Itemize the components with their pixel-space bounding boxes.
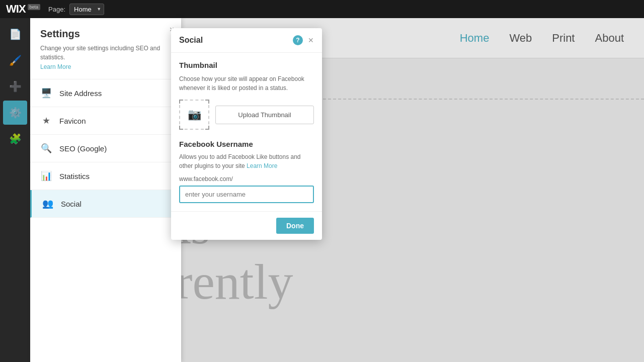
favicon-label: Favicon	[59, 117, 86, 125]
corner-tr	[205, 100, 209, 104]
seo-label: SEO (Google)	[59, 144, 107, 153]
facebook-description: Allows you to add Facebook Like buttons …	[179, 152, 314, 170]
settings-learn-more-link[interactable]: Learn More	[40, 63, 71, 70]
social-modal: Social ? ✕ Thumbnail Choose how your sit…	[171, 28, 322, 240]
icon-sidebar: 📄 🖌️ ➕ ⚙️ 🧩	[0, 18, 30, 362]
corner-bl	[179, 126, 183, 130]
settings-header: × Settings Change your site settings inc…	[30, 18, 181, 79]
fb-url-prefix: www.facebook.com/	[179, 175, 314, 183]
facebook-section-title: Facebook Username	[179, 140, 314, 148]
settings-menu-favicon[interactable]: ★ Favicon	[30, 107, 181, 135]
social-modal-actions: ? ✕	[293, 35, 314, 45]
corner-br	[205, 126, 209, 130]
page-dropdown[interactable]: Home	[69, 4, 104, 15]
social-modal-body: Thumbnail Choose how your site will appe…	[171, 53, 322, 211]
upload-thumbnail-button[interactable]: Upload Thumbnail	[215, 106, 314, 124]
settings-menu-site-address[interactable]: 🖥️ Site Address	[30, 79, 181, 107]
statistics-icon: 📊	[40, 170, 52, 182]
social-icon: 👥	[42, 198, 54, 209]
wix-logo-text: WIX	[6, 3, 26, 16]
nav-home[interactable]: Home	[460, 32, 490, 45]
social-modal-header: Social ? ✕	[171, 28, 322, 53]
sidebar-brush-icon[interactable]: 🖌️	[3, 48, 27, 72]
done-button[interactable]: Done	[276, 218, 314, 234]
beta-badge: beta	[28, 4, 41, 10]
topbar: WIX beta Page: Home	[0, 0, 644, 18]
settings-menu-seo[interactable]: 🔍 SEO (Google)	[30, 135, 181, 162]
seo-icon: 🔍	[40, 143, 52, 154]
social-label: Social	[61, 200, 82, 208]
facebook-description-text: Allows you to add Facebook Like buttons …	[179, 153, 301, 169]
settings-panel: × Settings Change your site settings inc…	[30, 18, 181, 362]
facebook-learn-more-link[interactable]: Learn More	[247, 162, 277, 169]
nav-print[interactable]: Print	[552, 32, 575, 45]
wix-logo: WIX beta	[6, 3, 40, 16]
page-label: Page:	[48, 6, 65, 13]
nav-web[interactable]: Web	[509, 32, 532, 45]
sidebar-gear-icon[interactable]: ⚙️	[3, 101, 27, 125]
social-close-button[interactable]: ✕	[308, 36, 314, 44]
sidebar-plus-icon[interactable]: ➕	[3, 74, 27, 99]
settings-menu-social[interactable]: 👥 Social	[30, 190, 181, 218]
camera-icon: 📷	[188, 108, 201, 121]
settings-description: Change your site settings including SEO …	[40, 44, 171, 62]
settings-menu-statistics[interactable]: 📊 Statistics	[30, 162, 181, 190]
social-modal-title: Social	[179, 36, 203, 45]
nav-about[interactable]: About	[595, 32, 624, 45]
page-selector: Page: Home	[48, 4, 104, 15]
thumbnail-placeholder: 📷	[179, 100, 209, 130]
site-address-label: Site Address	[59, 89, 102, 98]
thumbnail-section-title: Thumbnail	[179, 61, 314, 69]
username-input[interactable]	[179, 186, 314, 203]
sidebar-apps-icon[interactable]: 🧩	[3, 127, 27, 151]
page-dropdown-wrapper[interactable]: Home	[69, 4, 104, 15]
site-address-icon: 🖥️	[40, 87, 52, 99]
social-modal-footer: Done	[171, 211, 322, 240]
statistics-label: Statistics	[59, 172, 90, 180]
main-area: 📄 🖌️ ➕ ⚙️ 🧩 Home Web Print About Are ign…	[0, 18, 644, 362]
thumbnail-area: 📷 Upload Thumbnail	[179, 100, 314, 130]
social-help-button[interactable]: ?	[293, 35, 303, 45]
settings-title: Settings	[40, 28, 171, 40]
favicon-icon: ★	[40, 115, 52, 126]
corner-tl	[179, 100, 183, 104]
thumbnail-section-description: Choose how your site will appear on Face…	[179, 74, 314, 93]
sidebar-page-icon[interactable]: 📄	[3, 22, 27, 46]
